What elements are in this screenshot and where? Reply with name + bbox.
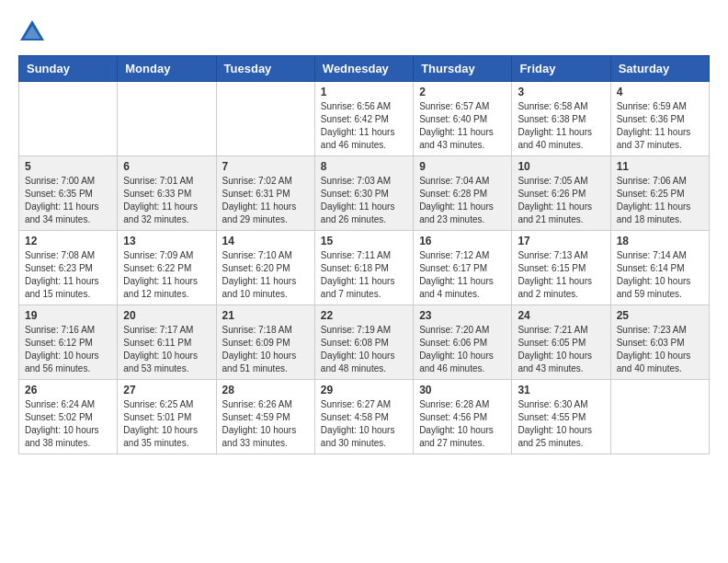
day-info: Sunrise: 6:27 AM Sunset: 4:58 PM Dayligh… — [321, 398, 407, 450]
calendar-day-header: Tuesday — [216, 56, 314, 82]
calendar-table: SundayMondayTuesdayWednesdayThursdayFrid… — [18, 55, 710, 454]
calendar-day-header: Sunday — [19, 56, 118, 82]
calendar-cell: 4Sunrise: 6:59 AM Sunset: 6:36 PM Daylig… — [610, 82, 709, 156]
day-number: 22 — [321, 309, 407, 322]
day-number: 5 — [25, 160, 111, 173]
day-number: 25 — [617, 309, 703, 322]
day-number: 7 — [222, 160, 309, 173]
day-info: Sunrise: 7:18 AM Sunset: 6:09 PM Dayligh… — [222, 324, 309, 375]
calendar-cell: 29Sunrise: 6:27 AM Sunset: 4:58 PM Dayli… — [314, 380, 413, 454]
calendar-cell: 31Sunrise: 6:30 AM Sunset: 4:55 PM Dayli… — [512, 380, 610, 454]
day-number: 9 — [419, 160, 506, 173]
day-info: Sunrise: 7:14 AM Sunset: 6:14 PM Dayligh… — [617, 249, 703, 301]
calendar-week-row: 5Sunrise: 7:00 AM Sunset: 6:35 PM Daylig… — [19, 156, 710, 231]
calendar-cell: 3Sunrise: 6:58 AM Sunset: 6:38 PM Daylig… — [512, 82, 610, 156]
day-number: 27 — [123, 384, 210, 396]
calendar-cell: 26Sunrise: 6:24 AM Sunset: 5:02 PM Dayli… — [19, 380, 118, 454]
day-number: 26 — [25, 384, 111, 396]
calendar-day-header: Wednesday — [314, 56, 413, 82]
day-info: Sunrise: 7:12 AM Sunset: 6:17 PM Dayligh… — [419, 249, 506, 301]
day-info: Sunrise: 7:00 AM Sunset: 6:35 PM Dayligh… — [25, 175, 111, 226]
day-info: Sunrise: 6:30 AM Sunset: 4:55 PM Dayligh… — [518, 398, 604, 450]
calendar-cell: 19Sunrise: 7:16 AM Sunset: 6:12 PM Dayli… — [19, 305, 118, 380]
day-info: Sunrise: 7:04 AM Sunset: 6:28 PM Dayligh… — [419, 175, 506, 226]
calendar-cell: 18Sunrise: 7:14 AM Sunset: 6:14 PM Dayli… — [610, 231, 709, 305]
calendar-cell: 27Sunrise: 6:25 AM Sunset: 5:01 PM Dayli… — [118, 380, 216, 454]
day-info: Sunrise: 7:17 AM Sunset: 6:11 PM Dayligh… — [123, 324, 210, 375]
day-number: 29 — [321, 384, 407, 396]
calendar-cell: 20Sunrise: 7:17 AM Sunset: 6:11 PM Dayli… — [118, 305, 216, 380]
calendar-cell — [610, 380, 709, 454]
calendar-cell — [216, 82, 314, 156]
day-info: Sunrise: 7:06 AM Sunset: 6:25 PM Dayligh… — [617, 175, 703, 226]
calendar-cell: 14Sunrise: 7:10 AM Sunset: 6:20 PM Dayli… — [216, 231, 314, 305]
day-info: Sunrise: 6:25 AM Sunset: 5:01 PM Dayligh… — [123, 398, 210, 450]
day-info: Sunrise: 6:28 AM Sunset: 4:56 PM Dayligh… — [419, 398, 506, 450]
day-number: 19 — [25, 309, 111, 322]
day-number: 17 — [518, 235, 604, 247]
day-number: 30 — [419, 384, 506, 396]
day-info: Sunrise: 6:59 AM Sunset: 6:36 PM Dayligh… — [617, 100, 703, 152]
day-number: 24 — [518, 309, 604, 322]
calendar-cell: 21Sunrise: 7:18 AM Sunset: 6:09 PM Dayli… — [216, 305, 314, 380]
calendar-cell: 17Sunrise: 7:13 AM Sunset: 6:15 PM Dayli… — [512, 231, 610, 305]
calendar-cell: 11Sunrise: 7:06 AM Sunset: 6:25 PM Dayli… — [610, 156, 709, 231]
calendar-cell: 12Sunrise: 7:08 AM Sunset: 6:23 PM Dayli… — [19, 231, 118, 305]
day-number: 12 — [25, 235, 111, 247]
day-number: 4 — [617, 86, 703, 98]
day-number: 10 — [518, 160, 604, 173]
page-header — [18, 18, 710, 46]
calendar-cell: 13Sunrise: 7:09 AM Sunset: 6:22 PM Dayli… — [118, 231, 216, 305]
day-number: 28 — [222, 384, 309, 396]
day-info: Sunrise: 7:01 AM Sunset: 6:33 PM Dayligh… — [123, 175, 210, 226]
calendar-cell: 2Sunrise: 6:57 AM Sunset: 6:40 PM Daylig… — [414, 82, 512, 156]
day-info: Sunrise: 7:13 AM Sunset: 6:15 PM Dayligh… — [518, 249, 604, 301]
day-info: Sunrise: 7:21 AM Sunset: 6:05 PM Dayligh… — [518, 324, 604, 375]
day-info: Sunrise: 7:08 AM Sunset: 6:23 PM Dayligh… — [25, 249, 111, 301]
calendar-cell: 25Sunrise: 7:23 AM Sunset: 6:03 PM Dayli… — [610, 305, 709, 380]
logo — [18, 18, 50, 46]
calendar-day-header: Monday — [118, 56, 216, 82]
day-number: 31 — [518, 384, 604, 396]
day-number: 6 — [123, 160, 210, 173]
day-info: Sunrise: 6:56 AM Sunset: 6:42 PM Dayligh… — [321, 100, 407, 152]
day-info: Sunrise: 6:24 AM Sunset: 5:02 PM Dayligh… — [25, 398, 111, 450]
calendar-week-row: 19Sunrise: 7:16 AM Sunset: 6:12 PM Dayli… — [19, 305, 710, 380]
calendar-cell — [118, 82, 216, 156]
calendar-week-row: 12Sunrise: 7:08 AM Sunset: 6:23 PM Dayli… — [19, 231, 710, 305]
day-info: Sunrise: 7:09 AM Sunset: 6:22 PM Dayligh… — [123, 249, 210, 301]
day-number: 20 — [123, 309, 210, 322]
day-number: 14 — [222, 235, 309, 247]
calendar-header-row: SundayMondayTuesdayWednesdayThursdayFrid… — [19, 56, 710, 82]
day-info: Sunrise: 7:23 AM Sunset: 6:03 PM Dayligh… — [617, 324, 703, 375]
day-info: Sunrise: 6:57 AM Sunset: 6:40 PM Dayligh… — [419, 100, 506, 152]
day-info: Sunrise: 7:16 AM Sunset: 6:12 PM Dayligh… — [25, 324, 111, 375]
day-number: 21 — [222, 309, 309, 322]
day-number: 13 — [123, 235, 210, 247]
calendar-cell: 24Sunrise: 7:21 AM Sunset: 6:05 PM Dayli… — [512, 305, 610, 380]
calendar-cell — [19, 82, 118, 156]
day-info: Sunrise: 6:26 AM Sunset: 4:59 PM Dayligh… — [222, 398, 309, 450]
day-number: 16 — [419, 235, 506, 247]
calendar-day-header: Thursday — [414, 56, 512, 82]
calendar-cell: 15Sunrise: 7:11 AM Sunset: 6:18 PM Dayli… — [314, 231, 413, 305]
calendar-cell: 30Sunrise: 6:28 AM Sunset: 4:56 PM Dayli… — [414, 380, 512, 454]
calendar-cell: 23Sunrise: 7:20 AM Sunset: 6:06 PM Dayli… — [414, 305, 512, 380]
day-info: Sunrise: 7:03 AM Sunset: 6:30 PM Dayligh… — [321, 175, 407, 226]
day-info: Sunrise: 7:20 AM Sunset: 6:06 PM Dayligh… — [419, 324, 506, 375]
calendar-day-header: Friday — [512, 56, 610, 82]
day-info: Sunrise: 7:19 AM Sunset: 6:08 PM Dayligh… — [321, 324, 407, 375]
calendar-cell: 7Sunrise: 7:02 AM Sunset: 6:31 PM Daylig… — [216, 156, 314, 231]
day-number: 2 — [419, 86, 506, 98]
day-info: Sunrise: 7:10 AM Sunset: 6:20 PM Dayligh… — [222, 249, 309, 301]
calendar-cell: 5Sunrise: 7:00 AM Sunset: 6:35 PM Daylig… — [19, 156, 118, 231]
calendar-cell: 1Sunrise: 6:56 AM Sunset: 6:42 PM Daylig… — [314, 82, 413, 156]
logo-icon — [18, 18, 46, 46]
day-number: 15 — [321, 235, 407, 247]
day-number: 23 — [419, 309, 506, 322]
calendar-cell: 16Sunrise: 7:12 AM Sunset: 6:17 PM Dayli… — [414, 231, 512, 305]
day-number: 3 — [518, 86, 604, 98]
day-info: Sunrise: 7:05 AM Sunset: 6:26 PM Dayligh… — [518, 175, 604, 226]
day-number: 18 — [617, 235, 703, 247]
calendar-cell: 10Sunrise: 7:05 AM Sunset: 6:26 PM Dayli… — [512, 156, 610, 231]
